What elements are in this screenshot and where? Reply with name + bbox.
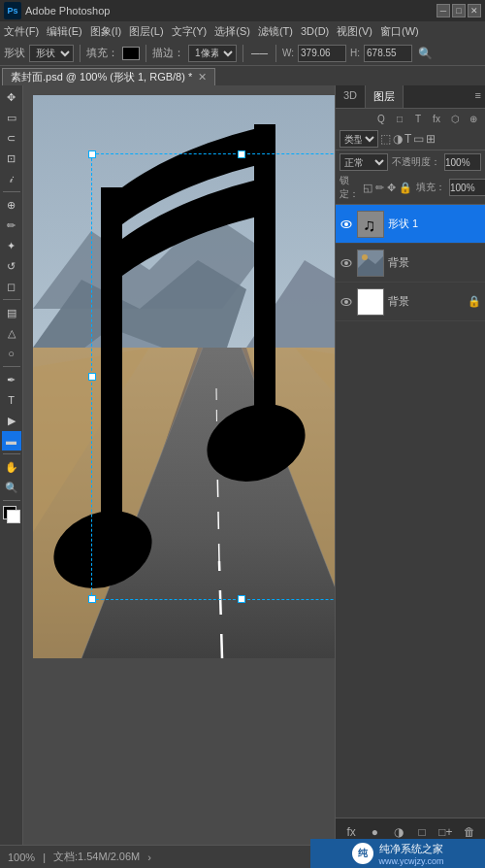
menu-select[interactable]: 选择(S) [214, 24, 250, 39]
lock-position-icon[interactable]: ✥ [387, 182, 396, 194]
tool-blur[interactable]: △ [2, 323, 21, 343]
layer-item-background-photo[interactable]: 背景 [336, 244, 485, 283]
layer-thumbnail-shape1: ♫ [357, 211, 384, 238]
tool-brush[interactable]: ✏ [2, 216, 21, 235]
filter-shape-icon[interactable]: ▭ [413, 132, 424, 146]
layer-visibility-shape1[interactable] [340, 217, 353, 231]
lock-transparent-icon[interactable]: ◱ [363, 182, 372, 194]
layer-name-bg-white: 背景 [388, 294, 464, 309]
tool-history[interactable]: ↺ [2, 256, 21, 276]
tool-lasso[interactable]: ⊂ [2, 128, 21, 148]
document-tab[interactable]: 素封面.psd @ 100% (形状 1, RGB/8) * ✕ [2, 68, 215, 85]
lock-paint-icon[interactable]: ✏ [375, 182, 384, 194]
menu-filter[interactable]: 滤镜(T) [258, 24, 293, 39]
menu-edit[interactable]: 编辑(E) [47, 24, 82, 39]
app-title: Adobe Photoshop [25, 5, 110, 17]
menu-layer[interactable]: 图层(L) [129, 24, 163, 39]
filter-adj-icon[interactable]: ◑ [393, 132, 403, 146]
layer-adjustment-button[interactable]: ◑ [390, 823, 407, 841]
layer-visibility-bg-photo[interactable] [340, 256, 353, 270]
lock-all-icon[interactable]: 🔒 [399, 182, 412, 194]
layer-thumbnail-bg-photo [357, 250, 384, 277]
layer-fx-button[interactable]: fx [342, 823, 360, 841]
tool-eraser[interactable]: ◻ [2, 277, 21, 296]
w-label: W: [282, 48, 294, 58]
menu-image[interactable]: 图象(I) [90, 24, 121, 39]
height-input[interactable] [364, 45, 412, 62]
tool-heal[interactable]: ⊕ [2, 195, 21, 215]
tool-zoom[interactable]: 🔍 [2, 478, 21, 497]
layer-mode-select[interactable]: 正常 [340, 153, 388, 171]
tool-text[interactable]: T [2, 390, 21, 410]
fill-color-swatch[interactable] [122, 47, 140, 60]
panel-icon-search[interactable]: Q [373, 111, 389, 126]
filter-text-icon[interactable]: T [404, 132, 411, 146]
tool-hand[interactable]: ✋ [2, 457, 21, 477]
shape-select[interactable]: 形状 [29, 45, 74, 62]
tab-close-icon[interactable]: ✕ [198, 71, 207, 83]
svg-point-30 [344, 300, 348, 304]
main-area: ✥ ▭ ⊂ ⊡ 𝒾 ⊕ ✏ ✦ ↺ ◻ ▤ △ ○ ✒ T ▶ ▬ ✋ 🔍 [0, 85, 485, 845]
canvas-area[interactable] [23, 85, 335, 845]
tab-layers[interactable]: 图层 [366, 85, 404, 108]
fill-input[interactable] [449, 179, 485, 196]
panel-menu-icon[interactable]: ≡ [471, 85, 485, 108]
menu-bar: 文件(F) 编辑(E) 图象(I) 图层(L) 文字(Y) 选择(S) 滤镜(T… [0, 21, 485, 41]
tool-dodge[interactable]: ○ [2, 344, 21, 363]
options-toolbar: 形状 形状 填充： 描边： 1像素 ── W: H: 🔍 [0, 41, 485, 66]
panel-icon-type[interactable]: □ [392, 111, 407, 126]
menu-file[interactable]: 文件(F) [4, 24, 39, 39]
stroke-select[interactable]: 1像素 [188, 45, 237, 62]
layer-filter-icons: ⬚ ◑ T ▭ ⊞ [380, 132, 436, 146]
tool-crop[interactable]: ⊡ [2, 149, 21, 168]
layer-delete-button[interactable]: 🗑 [461, 823, 478, 841]
opacity-input[interactable] [444, 153, 481, 171]
tool-select-rect[interactable]: ▭ [2, 108, 21, 127]
panel-icon-fx[interactable]: fx [429, 111, 444, 126]
tool-separator-1 [3, 191, 20, 192]
layer-visibility-bg-white[interactable] [340, 295, 353, 309]
menu-text[interactable]: 文字(Y) [172, 24, 208, 39]
color-selector[interactable] [3, 506, 20, 523]
menu-view[interactable]: 视图(V) [337, 24, 372, 39]
canvas-content [33, 95, 335, 658]
tab-3d[interactable]: 3D [336, 85, 366, 108]
layer-name-shape1: 形状 1 [388, 217, 481, 231]
layer-type-select[interactable]: 类型 [340, 130, 378, 148]
filter-smart-icon[interactable]: ⊞ [426, 132, 436, 146]
panel-icon-t[interactable]: T [410, 111, 426, 126]
panel-icon-link[interactable]: ⬡ [447, 111, 463, 126]
background-color[interactable] [7, 510, 20, 523]
stroke-label: 描边： [152, 46, 184, 60]
window-controls[interactable]: ─ □ ✕ [436, 4, 481, 17]
lock-label: 锁定： [340, 174, 359, 201]
tool-separator-5 [3, 500, 20, 501]
close-button[interactable]: ✕ [468, 4, 481, 17]
ps-icon: Ps [4, 2, 21, 19]
layer-item-background-white[interactable]: 背景 🔒 [336, 283, 485, 321]
tool-pen[interactable]: ✒ [2, 370, 21, 389]
layer-new-button[interactable]: □+ [436, 823, 454, 841]
filter-pixel-icon[interactable]: ⬚ [380, 132, 391, 146]
width-input[interactable] [298, 45, 346, 62]
tool-move[interactable]: ✥ [2, 87, 21, 107]
minimize-button[interactable]: ─ [436, 4, 450, 17]
layer-group-button[interactable]: □ [413, 823, 431, 841]
layer-mask-button[interactable]: ● [366, 823, 383, 841]
toolbar-separator-4 [275, 45, 276, 62]
layer-item-shape1[interactable]: ♫ 形状 1 [336, 205, 485, 244]
toolbar-separator-3 [242, 45, 243, 62]
svg-text:♫: ♫ [363, 216, 376, 235]
search-icon[interactable]: 🔍 [416, 46, 435, 61]
tool-gradient[interactable]: ▤ [2, 303, 21, 322]
tool-eyedropper[interactable]: 𝒾 [2, 169, 21, 188]
menu-3d[interactable]: 3D(D) [301, 25, 329, 37]
maximize-button[interactable]: □ [452, 4, 466, 17]
panel-icon-more[interactable]: ⊕ [466, 111, 481, 126]
menu-window[interactable]: 窗口(W) [380, 24, 419, 39]
tool-shape[interactable]: ▬ [2, 431, 21, 451]
panel-icon-row: Q □ T fx ⬡ ⊕ [336, 109, 485, 128]
mountain-svg [33, 95, 335, 658]
tool-clone[interactable]: ✦ [2, 236, 21, 255]
tool-path[interactable]: ▶ [2, 411, 21, 430]
